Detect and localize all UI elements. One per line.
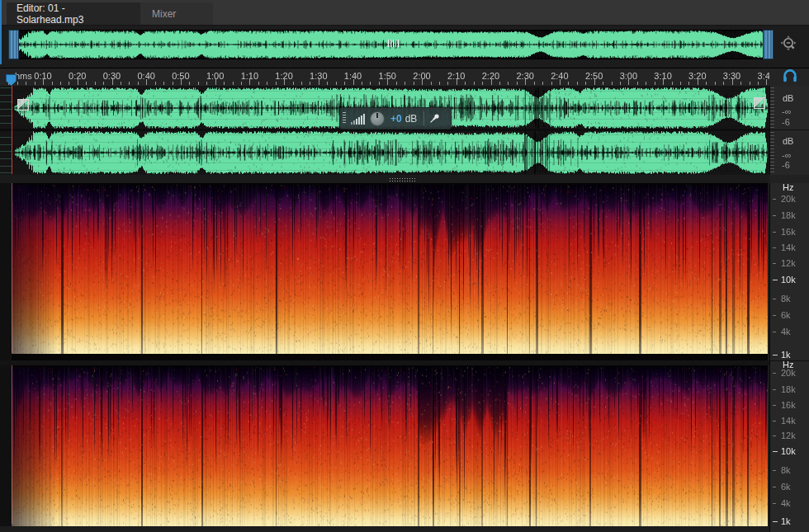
amplitude-unit-label: dB <box>783 136 793 146</box>
view-splitter[interactable] <box>0 175 769 183</box>
spectrogram-channel-left[interactable] <box>12 183 768 360</box>
hud-gain-unit: dB <box>405 113 418 125</box>
frequency-tick-mark <box>773 405 776 406</box>
frequency-tick-mark <box>773 263 776 264</box>
panel-tab-bar: Editor: 01 - Solarhead.mp3 ≡ Mixer <box>0 0 809 26</box>
frequency-tick-mark <box>773 299 776 299</box>
frequency-tick-label: 20k <box>781 368 796 378</box>
frequency-tick-mark <box>773 247 776 248</box>
amplitude-ruler-left[interactable] <box>770 87 774 129</box>
frequency-tick-label: 4k <box>781 498 791 508</box>
amplitude-ruler-right[interactable] <box>770 132 774 173</box>
frequency-tick-mark <box>773 435 776 436</box>
frequency-tick-label: 10k <box>781 446 796 456</box>
tab-editor-label: Editor: 01 - Solarhead.mp3 <box>17 2 134 26</box>
frequency-tick-label: 8k <box>781 465 791 475</box>
amplitude-tick-label: -6 <box>782 117 790 127</box>
frequency-tick-mark <box>773 199 776 200</box>
frequency-tick-label: 16k <box>781 227 796 237</box>
volume-hud[interactable]: +0 dB <box>339 107 452 129</box>
volume-knob-icon[interactable] <box>370 111 385 126</box>
frequency-tick-label: 12k <box>781 431 796 440</box>
frequency-tick-label: 20k <box>781 194 796 204</box>
view-splitter-grip[interactable] <box>389 177 417 181</box>
frequency-tick-mark <box>773 332 776 332</box>
frequency-tick-label: 1k <box>781 516 791 526</box>
timeline-ruler[interactable] <box>0 68 809 86</box>
spectrogram-channel-right[interactable] <box>12 365 768 526</box>
frequency-tick-mark <box>773 451 778 452</box>
zoom-navigate-icon[interactable] <box>779 35 801 54</box>
fade-in-handle[interactable] <box>17 99 29 111</box>
frequency-tick-label: 12k <box>781 258 796 268</box>
amplitude-tick-label: -∞ <box>782 150 792 160</box>
hud-separator <box>423 111 424 125</box>
frequency-tick-label: 8k <box>781 294 791 304</box>
level-bars-icon <box>351 113 365 125</box>
frequency-tick-mark <box>773 503 776 504</box>
amplitude-tick-label: -∞ <box>782 106 792 116</box>
frequency-tick-mark <box>773 487 776 487</box>
frequency-tick-label: 1k <box>781 350 791 360</box>
frequency-tick-mark <box>773 389 776 390</box>
frequency-unit-label: Hz <box>783 182 793 192</box>
frequency-tick-mark <box>773 470 776 471</box>
spectrogram-left-margin <box>0 365 12 526</box>
hud-gain-value: +0 <box>390 113 402 125</box>
hud-drag-grip[interactable] <box>343 112 346 125</box>
frequency-tick-label: 18k <box>781 384 796 394</box>
frequency-tick-label: 4k <box>781 327 791 337</box>
frequency-tick-label: 14k <box>781 242 796 252</box>
frequency-tick-label: 6k <box>781 310 791 320</box>
amplitude-tick-label: -6 <box>782 160 790 170</box>
audition-editor-panel: Editor: 01 - Solarhead.mp3 ≡ Mixer hms 0… <box>0 0 809 532</box>
bottom-edge <box>0 526 809 532</box>
overview-center-grip[interactable] <box>388 40 400 47</box>
frequency-tick-label: 14k <box>781 416 796 426</box>
frequency-tick-mark <box>773 232 776 233</box>
fade-out-handle[interactable] <box>754 97 765 109</box>
frequency-tick-label: 16k <box>781 400 796 410</box>
amplitude-unit-label: dB <box>783 93 793 103</box>
frequency-tick-mark <box>773 421 776 421</box>
pin-icon[interactable] <box>428 112 442 125</box>
tab-mixer-label: Mixer <box>152 8 176 20</box>
frequency-tick-mark <box>773 215 776 216</box>
tab-mixer[interactable]: Mixer <box>140 2 213 25</box>
tab-editor[interactable]: Editor: 01 - Solarhead.mp3 ≡ <box>7 2 149 25</box>
waveform-channel-right[interactable] <box>12 131 768 174</box>
frequency-tick-mark <box>773 373 776 374</box>
ruler-divider <box>769 129 809 130</box>
frequency-tick-mark <box>773 315 776 316</box>
spectrogram-left-margin <box>0 183 12 360</box>
overview-left-handle[interactable] <box>8 30 19 59</box>
panel-focus-border <box>0 0 2 64</box>
headphone-icon[interactable] <box>783 68 797 82</box>
frequency-tick-label: 18k <box>781 210 796 220</box>
overview-right-handle[interactable] <box>763 30 774 59</box>
frequency-tick-label: 10k <box>781 275 796 285</box>
frequency-tick-mark <box>773 280 778 280</box>
frequency-tick-label: 6k <box>781 482 791 492</box>
frequency-tick-mark <box>773 521 778 522</box>
frequency-tick-mark <box>773 355 778 355</box>
